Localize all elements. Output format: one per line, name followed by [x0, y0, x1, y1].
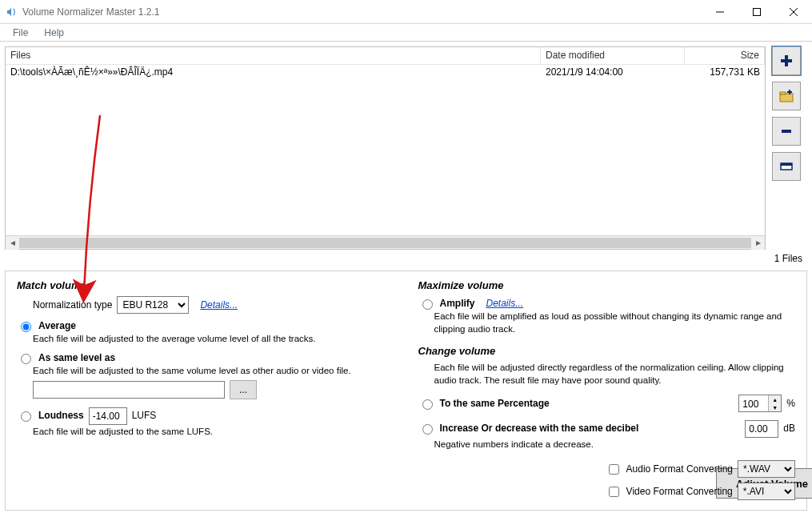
- video-format-select[interactable]: *.AVI: [738, 483, 795, 500]
- titlebar: Volume Normalizer Master 1.2.1: [0, 0, 812, 24]
- app-icon: [5, 6, 18, 18]
- same-level-desc: Each file will be adjusted to the same v…: [33, 365, 394, 378]
- col-header-size[interactable]: Size: [685, 47, 765, 64]
- db-note: Negative numbers indicate a decrease.: [434, 439, 796, 451]
- col-header-date[interactable]: Date modified: [541, 47, 685, 64]
- average-desc: Each file will be adjusted to the averag…: [33, 333, 394, 346]
- same-level-label: As same level as: [38, 352, 115, 363]
- window-title: Volume Normalizer Master 1.2.1: [22, 6, 702, 18]
- spin-down-icon[interactable]: ▼: [769, 403, 781, 411]
- scroll-thumb[interactable]: [19, 238, 751, 248]
- table-row[interactable]: D:\tools\×ÀÃæ\¸ñÊ½×ª»»\ÐÂÎÏÄ¿.mp4 2021/1…: [6, 65, 765, 81]
- loudness-label: Loudness: [38, 410, 84, 421]
- radio-amplify[interactable]: [422, 299, 433, 310]
- amplify-desc: Each file will be amplified as loud as p…: [434, 311, 796, 335]
- percent-unit: %: [786, 398, 795, 409]
- change-desc: Each file will be adjusted directly rega…: [434, 362, 796, 387]
- match-heading: Match volumes: [17, 279, 394, 291]
- spin-up-icon[interactable]: ▲: [769, 395, 781, 403]
- same-level-path-input[interactable]: [33, 381, 225, 399]
- amplify-details-link[interactable]: Details...: [486, 298, 524, 309]
- remove-file-button[interactable]: [772, 117, 801, 146]
- audio-format-label: Audio Format Converting: [626, 463, 733, 475]
- cell-filepath: D:\tools\×ÀÃæ\¸ñÊ½×ª»»\ÐÂÎÏÄ¿.mp4: [6, 65, 541, 81]
- match-details-link[interactable]: Details...: [200, 299, 238, 311]
- horizontal-scrollbar[interactable]: ◂ ▸: [6, 235, 765, 249]
- file-action-bar: [772, 46, 807, 250]
- change-heading: Change volume: [418, 345, 796, 357]
- close-button[interactable]: [775, 0, 812, 23]
- loudness-desc: Each file will be adjusted to the same L…: [33, 426, 394, 439]
- match-volumes-section: Match volumes Normalization type EBU R12…: [17, 279, 394, 463]
- normalization-type-label: Normalization type: [33, 299, 112, 311]
- loudness-input[interactable]: [89, 407, 127, 425]
- radio-percentage[interactable]: [422, 399, 433, 410]
- options-panel: Match volumes Normalization type EBU R12…: [5, 271, 807, 511]
- clear-list-button[interactable]: [772, 152, 801, 181]
- normalization-type-select[interactable]: EBU R128: [117, 296, 189, 314]
- video-format-label: Video Format Converting: [626, 486, 733, 497]
- table-header: Files Date modified Size: [6, 47, 765, 65]
- decibel-input[interactable]: [745, 420, 778, 438]
- amplify-label: Amplify: [440, 298, 475, 309]
- scroll-right-icon[interactable]: ▸: [751, 236, 765, 250]
- svg-rect-12: [781, 163, 792, 166]
- radio-loudness[interactable]: [21, 411, 31, 422]
- video-format-checkbox[interactable]: [609, 487, 619, 497]
- scroll-left-icon[interactable]: ◂: [6, 236, 19, 250]
- file-table: Files Date modified Size D:\tools\×ÀÃæ\¸…: [5, 46, 766, 250]
- minimize-button[interactable]: [702, 0, 738, 23]
- maximize-button[interactable]: [738, 0, 775, 23]
- col-header-files[interactable]: Files: [6, 47, 541, 64]
- audio-format-checkbox[interactable]: [609, 464, 619, 475]
- average-label: Average: [38, 320, 76, 331]
- audio-format-select[interactable]: *.WAV: [738, 460, 795, 478]
- browse-button[interactable]: ...: [230, 380, 257, 399]
- right-column: Maximize volume Amplify Details... Each …: [418, 279, 796, 463]
- percentage-label: To the same Percentage: [440, 398, 550, 409]
- add-file-button[interactable]: [772, 46, 801, 75]
- svg-rect-7: [780, 92, 786, 94]
- radio-average[interactable]: [21, 322, 31, 332]
- cell-date: 2021/1/9 14:04:00: [541, 65, 685, 81]
- maximize-heading: Maximize volume: [418, 279, 796, 291]
- decibel-label: Increase Or decrease with the same decib…: [440, 423, 639, 434]
- cell-size: 157,731 KB: [685, 65, 765, 81]
- menubar: File Help: [0, 24, 812, 42]
- menu-file[interactable]: File: [5, 26, 36, 40]
- radio-decibel[interactable]: [422, 424, 433, 435]
- svg-rect-1: [754, 8, 761, 15]
- file-count-status: 1 Files: [5, 250, 807, 266]
- add-folder-button[interactable]: [772, 82, 801, 110]
- db-unit: dB: [783, 423, 795, 434]
- menu-help[interactable]: Help: [36, 26, 72, 40]
- lufs-unit: LUFS: [132, 410, 157, 421]
- radio-same-level[interactable]: [21, 354, 31, 364]
- percentage-input[interactable]: ▲▼: [738, 395, 782, 412]
